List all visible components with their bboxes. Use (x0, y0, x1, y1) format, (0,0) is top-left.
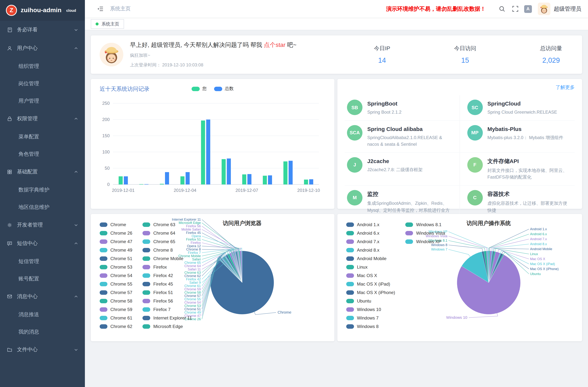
sidebar: Z zuihou-admin cloud 务必详看用户中心组织管理岗位管理用户管… (0, 0, 85, 387)
legend-item[interactable]: Android Mobile (346, 256, 395, 261)
legend-swatch (143, 324, 150, 328)
star-link[interactable]: 点个star (264, 41, 285, 48)
legend-item[interactable]: Chrome 58 (100, 298, 132, 303)
legend-item[interactable]: Chrome 65 (143, 239, 192, 244)
legend-item[interactable]: Chrome 61 (100, 315, 132, 320)
legend-item[interactable]: Internet Explorer 11 (143, 315, 192, 320)
sidebar-item-6[interactable]: 短信中心 (0, 234, 85, 253)
legend-item[interactable]: Windows XP (405, 239, 445, 244)
legend-item[interactable]: Firefox 7 (143, 307, 192, 312)
font-size-icon[interactable]: A (524, 5, 532, 13)
legend-item[interactable]: Windows Vista (405, 231, 445, 235)
legend-item[interactable]: Microsoft Edge (143, 324, 192, 329)
sidebar-item-label: 用户中心 (17, 45, 74, 52)
sidebar-subitem[interactable]: 我的消息 (0, 323, 85, 341)
legend-item[interactable]: Firefox 51 (143, 290, 192, 295)
legend-item[interactable]: Chrome 59 (100, 307, 132, 312)
legend-item[interactable]: Mac OS X (iPad) (346, 282, 395, 286)
pie-label: Opera (191, 234, 201, 238)
legend-item[interactable]: Mac OS X (346, 273, 395, 278)
legend-item[interactable]: Mac OS X (iPhone) (346, 290, 395, 295)
sidebar-item-2[interactable]: 用户中心 (0, 39, 85, 58)
collapse-menu-icon[interactable] (96, 4, 105, 13)
legend-swatch (100, 324, 107, 328)
chevron-up-icon (74, 117, 78, 121)
legend-item[interactable]: Firefox 56 (143, 298, 192, 303)
sidebar-item-7[interactable]: 消息中心 (0, 287, 85, 306)
sidebar-subitem[interactable]: 岗位管理 (0, 75, 85, 92)
legend-item[interactable]: Chrome 8 (143, 247, 192, 252)
sidebar-subitem[interactable]: 数据字典维护 (0, 181, 85, 199)
legend-item[interactable]: Chrome 55 (100, 282, 132, 286)
sidebar-subitem[interactable]: 角色管理 (0, 145, 85, 163)
legend-item[interactable]: Chrome 49 (100, 247, 132, 252)
legend-item[interactable]: Chrome 64 (143, 231, 192, 235)
sidebar-item-4[interactable]: 基础配置 (0, 163, 85, 181)
search-icon[interactable] (498, 4, 506, 13)
bar (165, 172, 169, 184)
legend-item[interactable]: Chrome 26 (100, 231, 132, 235)
legend-label: Android 7.x (357, 239, 379, 244)
username[interactable]: 超级管理员 (554, 5, 581, 12)
legend-item[interactable]: Firefox 45 (143, 282, 192, 286)
tech-badge: C (467, 190, 483, 205)
legend-item[interactable]: Windows 10 (346, 307, 395, 312)
tech-item-desc: J2cache2.7.8: 二级缓存框架 (367, 166, 423, 173)
sidebar-subitem[interactable]: 组织管理 (0, 58, 85, 75)
legend-item[interactable]: Chrome 54 (100, 273, 132, 278)
legend-item[interactable]: Android 7.x (346, 239, 395, 244)
fullscreen-icon[interactable] (511, 4, 520, 13)
legend-item[interactable]: Chrome Mobile (143, 256, 192, 261)
legend-item[interactable]: Chrome 51 (100, 256, 132, 261)
legend-item[interactable]: 您 (191, 86, 207, 92)
sidebar-subitem[interactable]: 地区信息维护 (0, 199, 85, 216)
legend-item[interactable]: Windows 8.1 (405, 222, 445, 227)
legend-item[interactable]: Linux (346, 265, 395, 269)
sidebar-subitem[interactable]: 短信管理 (0, 253, 85, 270)
sidebar-subitem[interactable]: 账号配置 (0, 270, 85, 287)
learn-more-link[interactable]: 了解更多 (556, 84, 575, 91)
legend-item[interactable]: Android 8.x (346, 247, 395, 252)
legend-item[interactable]: Firefox 42 (143, 273, 192, 278)
sidebar-subitem[interactable]: 消息推送 (0, 306, 85, 323)
app-root: Z zuihou-admin cloud 务必详看用户中心组织管理岗位管理用户管… (0, 0, 588, 387)
legend-item[interactable]: Ubuntu (346, 298, 395, 303)
legend-item[interactable]: Chrome 62 (100, 324, 132, 329)
sidebar-item-3[interactable]: 权限管理 (0, 110, 85, 128)
tech-item-desc: Spring Cloud Greenwich.RELEASE (487, 109, 557, 116)
pie-label: Mac OS X (530, 257, 545, 261)
legend-label: Android Mobile (357, 256, 386, 261)
tech-item: F文件存储API封装文件接口，实现本地存储、阿里云、FastDFS存储的配置化 (460, 153, 575, 185)
legend-item[interactable]: Chrome (100, 222, 132, 227)
tab-home[interactable]: 系统主页 (91, 19, 124, 29)
tech-item-title: 容器技术 (487, 190, 571, 198)
sidebar-item-8[interactable]: 文件中心 (0, 341, 85, 359)
bottom-row: ChromeChrome 26Chrome 47Chrome 49Chrome … (91, 214, 582, 341)
app-logo[interactable]: Z zuihou-admin cloud (0, 0, 85, 21)
legend-swatch (214, 86, 222, 91)
chevron-down-icon (74, 28, 78, 32)
legend-item[interactable]: Chrome 57 (100, 290, 132, 295)
legend-swatch (143, 290, 150, 295)
tech-badge: J (347, 157, 362, 173)
pie-label: Firefox (191, 241, 201, 244)
legend-swatch (143, 282, 150, 286)
sidebar-item-1[interactable]: 务必详看 (0, 21, 85, 39)
pie-label: Android 6.x (530, 232, 547, 236)
notebook-icon (7, 27, 13, 33)
legend-item[interactable]: Windows 7 (346, 315, 395, 320)
legend-item[interactable]: Android 1.x (346, 222, 395, 227)
sidebar-subitem[interactable]: 用户管理 (0, 92, 85, 110)
user-avatar[interactable] (538, 2, 550, 15)
sidebar-subitem[interactable]: 菜单配置 (0, 128, 85, 145)
legend-item[interactable]: Chrome 47 (100, 239, 132, 244)
legend-item[interactable]: Chrome 53 (100, 265, 132, 269)
sidebar-item-5[interactable]: 开发者管理 (0, 216, 85, 234)
legend-item[interactable]: Android 6.x (346, 231, 395, 235)
legend-item[interactable]: 总数 (214, 86, 234, 92)
legend-item[interactable]: Windows 8 (346, 324, 395, 329)
legend-label: Android 6.x (357, 230, 379, 236)
os-chart-title: 访问用户操作系统 (466, 220, 511, 227)
legend-item[interactable]: Firefox (143, 265, 192, 269)
legend-item[interactable]: Chrome 63 (143, 222, 192, 227)
